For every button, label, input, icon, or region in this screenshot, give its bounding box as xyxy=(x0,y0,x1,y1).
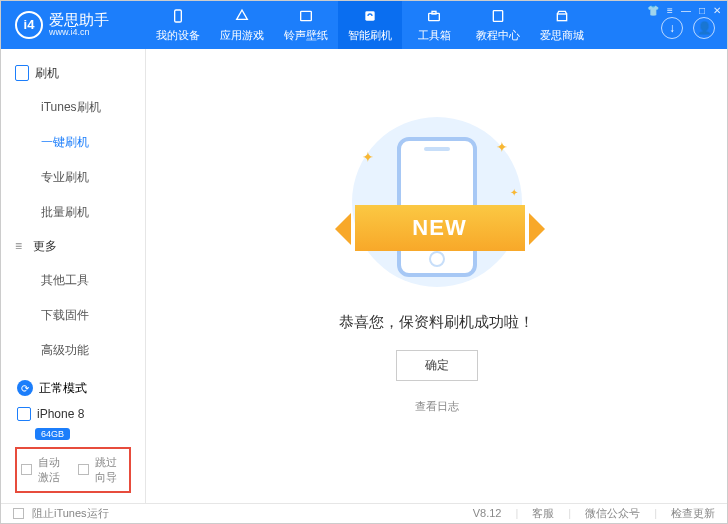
nav-store[interactable]: 爱思商城 xyxy=(530,1,594,49)
success-message: 恭喜您，保资料刷机成功啦！ xyxy=(339,313,534,332)
sidebar-item-oneclick-flash[interactable]: 一键刷机 xyxy=(1,125,145,160)
ok-button[interactable]: 确定 xyxy=(396,350,478,381)
logo-url: www.i4.cn xyxy=(49,28,109,38)
mode-label: 正常模式 xyxy=(39,380,87,397)
top-nav: 我的设备 应用游戏 铃声壁纸 智能刷机 工具箱 教程中心 爱思商城 xyxy=(146,1,594,49)
close-button[interactable]: ✕ xyxy=(713,5,721,16)
sidebar-group-flash[interactable]: 刷机 xyxy=(1,57,145,90)
sidebar-bottom: ⟳ 正常模式 iPhone 8 64GB 自动激活 跳过向导 xyxy=(1,368,145,503)
image-icon xyxy=(297,7,315,25)
svg-rect-0 xyxy=(175,10,182,22)
sidebar: 刷机 iTunes刷机 一键刷机 专业刷机 批量刷机 更多 其他工具 下载固件 … xyxy=(1,49,146,503)
nav-label: 铃声壁纸 xyxy=(284,28,328,43)
apps-icon xyxy=(233,7,251,25)
sidebar-item-batch-flash[interactable]: 批量刷机 xyxy=(1,195,145,230)
sidebar-item-itunes-flash[interactable]: iTunes刷机 xyxy=(1,90,145,125)
footer: 阻止iTunes运行 V8.12 | 客服 | 微信公众号 | 检查更新 xyxy=(1,503,727,524)
storage-badge: 64GB xyxy=(35,428,70,440)
main-content: ✦ ✦ ✦ NEW 恭喜您，保资料刷机成功啦！ 确定 查看日志 xyxy=(146,49,727,503)
toolbox-icon xyxy=(425,7,443,25)
refresh-icon xyxy=(361,7,379,25)
nav-my-device[interactable]: 我的设备 xyxy=(146,1,210,49)
svg-rect-2 xyxy=(365,11,374,20)
sidebar-item-download-firmware[interactable]: 下载固件 xyxy=(1,298,145,333)
mode-row[interactable]: ⟳ 正常模式 xyxy=(11,376,135,401)
nav-label: 智能刷机 xyxy=(348,28,392,43)
download-button[interactable]: ↓ xyxy=(661,17,683,39)
nav-flash[interactable]: 智能刷机 xyxy=(338,1,402,49)
sidebar-item-pro-flash[interactable]: 专业刷机 xyxy=(1,160,145,195)
app-header: i4 爱思助手 www.i4.cn 我的设备 应用游戏 铃声壁纸 智能刷机 工具… xyxy=(1,1,727,49)
view-log-link[interactable]: 查看日志 xyxy=(415,399,459,414)
nav-apps[interactable]: 应用游戏 xyxy=(210,1,274,49)
wechat-link[interactable]: 微信公众号 xyxy=(585,506,640,521)
logo[interactable]: i4 爱思助手 www.i4.cn xyxy=(1,11,146,39)
skip-guide-checkbox[interactable]: 跳过向导 xyxy=(78,455,125,485)
logo-icon: i4 xyxy=(15,11,43,39)
sidebar-item-advanced[interactable]: 高级功能 xyxy=(1,333,145,368)
support-link[interactable]: 客服 xyxy=(532,506,554,521)
nav-tutorial[interactable]: 教程中心 xyxy=(466,1,530,49)
device-icon xyxy=(17,407,31,421)
menu-icon[interactable]: ≡ xyxy=(667,5,673,16)
nav-toolbox[interactable]: 工具箱 xyxy=(402,1,466,49)
svg-rect-5 xyxy=(493,10,502,21)
svg-rect-6 xyxy=(557,14,566,21)
nav-label: 爱思商城 xyxy=(540,28,584,43)
book-icon xyxy=(489,7,507,25)
nav-label: 教程中心 xyxy=(476,28,520,43)
user-button[interactable]: 👤 xyxy=(693,17,715,39)
minimize-button[interactable]: — xyxy=(681,5,691,16)
prevent-itunes-checkbox[interactable]: 阻止iTunes运行 xyxy=(13,506,109,521)
svg-rect-1 xyxy=(301,11,312,20)
maximize-button[interactable]: □ xyxy=(699,5,705,16)
sidebar-group-more[interactable]: 更多 xyxy=(1,230,145,263)
highlighted-options: 自动激活 跳过向导 xyxy=(15,447,131,493)
device-row[interactable]: iPhone 8 xyxy=(11,401,135,423)
store-icon xyxy=(553,7,571,25)
header-right: ↓ 👤 xyxy=(661,17,715,39)
nav-ringtones[interactable]: 铃声壁纸 xyxy=(274,1,338,49)
tshirt-icon[interactable]: 👕 xyxy=(647,5,659,16)
illustration: ✦ ✦ ✦ NEW xyxy=(337,117,537,287)
device-name: iPhone 8 xyxy=(37,407,84,421)
svg-rect-4 xyxy=(432,11,436,14)
logo-title: 爱思助手 xyxy=(49,12,109,29)
nav-label: 应用游戏 xyxy=(220,28,264,43)
window-controls: 👕 ≡ — □ ✕ xyxy=(647,5,721,16)
auto-activate-checkbox[interactable]: 自动激活 xyxy=(21,455,68,485)
new-ribbon: NEW xyxy=(355,205,525,251)
app-body: 刷机 iTunes刷机 一键刷机 专业刷机 批量刷机 更多 其他工具 下载固件 … xyxy=(1,49,727,503)
refresh-icon: ⟳ xyxy=(17,380,33,396)
version-label: V8.12 xyxy=(473,507,502,519)
nav-label: 我的设备 xyxy=(156,28,200,43)
phone-icon xyxy=(169,7,187,25)
sidebar-item-other-tools[interactable]: 其他工具 xyxy=(1,263,145,298)
check-update-link[interactable]: 检查更新 xyxy=(671,506,715,521)
nav-label: 工具箱 xyxy=(418,28,451,43)
